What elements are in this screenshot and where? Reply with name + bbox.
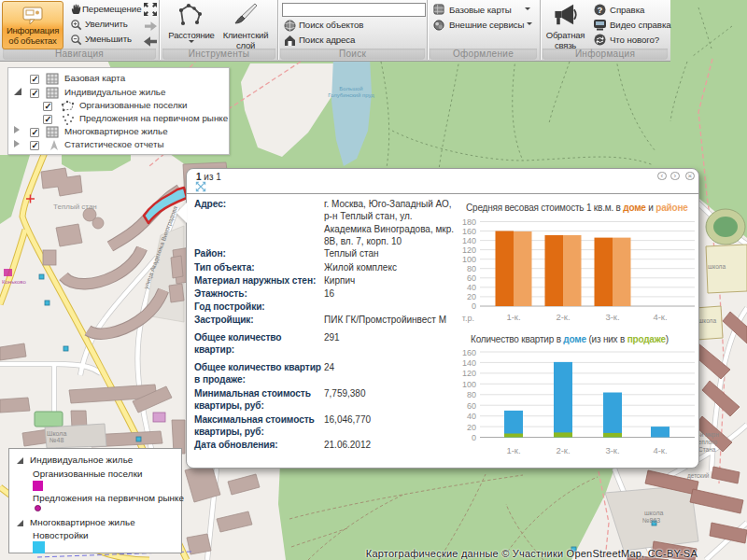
svg-text:т.р.: т.р. bbox=[462, 314, 474, 323]
svg-text:2-к.: 2-к. bbox=[556, 445, 570, 455]
svg-text:120: 120 bbox=[462, 245, 476, 255]
svg-text:школа: школа bbox=[708, 263, 726, 270]
svg-text:2-к.: 2-к. bbox=[556, 312, 570, 322]
svg-text:160: 160 bbox=[462, 348, 476, 357]
svg-text:140: 140 bbox=[462, 236, 476, 245]
svg-text:4-к.: 4-к. bbox=[653, 312, 667, 322]
svg-text:140: 140 bbox=[462, 358, 476, 368]
svg-text:20: 20 bbox=[467, 423, 476, 432]
svg-text:60: 60 bbox=[467, 401, 476, 411]
svg-text:160: 160 bbox=[462, 227, 476, 236]
svg-text:120: 120 bbox=[462, 369, 476, 378]
svg-text:100: 100 bbox=[462, 380, 476, 389]
svg-text:180: 180 bbox=[462, 217, 476, 227]
svg-text:Большой: Большой bbox=[339, 86, 362, 91]
svg-text:20: 20 bbox=[467, 292, 476, 301]
svg-text:40: 40 bbox=[467, 412, 476, 421]
svg-text:Голубинский пруд: Голубинский пруд bbox=[328, 92, 374, 98]
svg-text:школа: школа bbox=[644, 510, 664, 516]
svg-text:100: 100 bbox=[462, 255, 476, 264]
svg-text:Стана: Стана bbox=[698, 446, 716, 453]
svg-text:?: ? bbox=[598, 5, 603, 15]
svg-text:школа: школа bbox=[698, 317, 716, 324]
svg-text:1-к.: 1-к. bbox=[506, 312, 520, 322]
svg-text:0: 0 bbox=[472, 433, 476, 442]
svg-text:1-к.: 1-к. bbox=[506, 445, 520, 455]
svg-text:80: 80 bbox=[467, 390, 476, 399]
svg-text:№863: №863 bbox=[642, 517, 660, 524]
svg-text:№48: №48 bbox=[49, 437, 63, 443]
svg-text:3-к.: 3-к. bbox=[605, 445, 619, 455]
svg-text:Коньково: Коньково bbox=[2, 279, 26, 285]
svg-text:60: 60 bbox=[467, 273, 476, 283]
svg-text:40: 40 bbox=[467, 283, 476, 292]
svg-text:4-к.: 4-к. bbox=[653, 445, 667, 455]
svg-text:Теплый стан: Теплый стан bbox=[53, 203, 97, 211]
svg-text:0: 0 bbox=[472, 301, 476, 311]
svg-text:80: 80 bbox=[467, 264, 476, 273]
svg-text:3-к.: 3-к. bbox=[605, 312, 619, 322]
svg-text:детский: детский bbox=[687, 472, 710, 480]
svg-text:Школа: Школа bbox=[47, 430, 66, 437]
